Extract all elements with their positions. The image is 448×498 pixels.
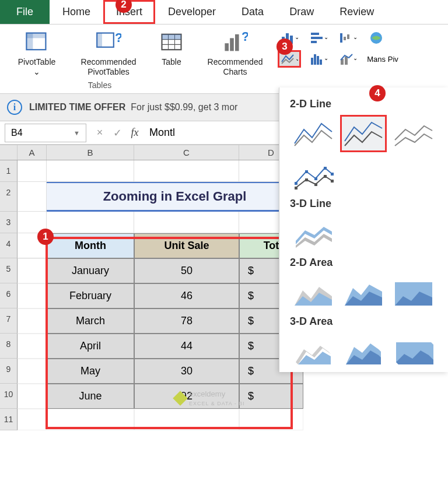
row-3[interactable]: 3 bbox=[0, 212, 18, 233]
svg-rect-11 bbox=[162, 34, 181, 40]
recommended-charts-label: Recommended Charts bbox=[203, 57, 267, 77]
col-A[interactable]: A bbox=[18, 145, 47, 160]
dd-2d-area: 2-D Area bbox=[290, 257, 443, 269]
chart-area[interactable] bbox=[290, 273, 337, 311]
chart-100-stacked-line[interactable] bbox=[390, 115, 437, 152]
chart-100-stacked-area[interactable] bbox=[390, 273, 437, 311]
dd-3d-area: 3-D Area bbox=[290, 315, 443, 328]
svg-rect-39 bbox=[305, 170, 308, 173]
pivottable-button[interactable]: PivotTable⌄ bbox=[10, 29, 63, 77]
row-8[interactable]: 8 bbox=[0, 334, 18, 359]
row-1[interactable]: 1 bbox=[0, 160, 18, 182]
bar-chart-icon[interactable]: ⌄ bbox=[307, 29, 330, 47]
tab-home[interactable]: Home bbox=[50, 0, 103, 24]
svg-rect-25 bbox=[344, 37, 346, 40]
svg-rect-38 bbox=[295, 182, 298, 185]
table-cell: $ bbox=[239, 384, 303, 409]
table-icon bbox=[159, 29, 184, 55]
chevron-down-icon[interactable]: ▼ bbox=[74, 129, 80, 136]
table-cell: 78 bbox=[134, 308, 239, 334]
row-10[interactable]: 10 bbox=[0, 384, 18, 409]
tab-data[interactable]: Data bbox=[229, 0, 276, 24]
line-chart-dropdown: 2-D Line 4 3-D Line 2-D Area 3-D Area bbox=[279, 87, 448, 372]
cancel-formula-icon[interactable]: × bbox=[91, 127, 108, 139]
chart-line[interactable] bbox=[290, 115, 337, 152]
svg-rect-43 bbox=[295, 187, 298, 190]
tab-draw[interactable]: Draw bbox=[276, 0, 327, 24]
svg-rect-26 bbox=[347, 34, 349, 39]
recommended-pivot-icon: ? bbox=[96, 29, 121, 55]
tab-file[interactable]: File bbox=[0, 0, 50, 24]
svg-text:⌄: ⌄ bbox=[353, 34, 356, 40]
group-tables-label: Tables bbox=[88, 80, 111, 90]
ribbon: PivotTable⌄ ? Recommended PivotTables Ta… bbox=[0, 24, 448, 94]
ribbon-tabs: File Home Insert Developer Data Draw Rev… bbox=[0, 0, 448, 24]
recommended-charts-icon: ? bbox=[222, 29, 248, 55]
th-month: Month bbox=[47, 233, 134, 258]
svg-rect-32 bbox=[317, 56, 319, 65]
chart-line-markers[interactable] bbox=[290, 156, 337, 193]
chart-stacked-line[interactable] bbox=[340, 115, 387, 152]
sheet-title: Zooming in Excel Grapl bbox=[47, 182, 303, 212]
table-cell: January bbox=[47, 258, 134, 283]
svg-rect-2 bbox=[26, 33, 46, 38]
svg-text:?: ? bbox=[115, 30, 121, 45]
select-all-triangle[interactable] bbox=[0, 145, 18, 160]
accept-formula-icon[interactable]: ✓ bbox=[108, 127, 126, 139]
svg-rect-41 bbox=[324, 167, 327, 170]
svg-rect-47 bbox=[331, 180, 334, 183]
svg-rect-12 bbox=[225, 43, 229, 51]
combo-chart-icon[interactable]: ⌄ bbox=[336, 50, 359, 68]
table-cell: May bbox=[47, 359, 134, 384]
svg-rect-36 bbox=[345, 57, 348, 65]
table-cell: March bbox=[47, 308, 134, 334]
pivottable-label: PivotTable⌄ bbox=[18, 57, 56, 77]
tab-review[interactable]: Review bbox=[327, 0, 387, 24]
chart-3d-line[interactable] bbox=[290, 215, 337, 252]
row-11[interactable]: 11 bbox=[0, 409, 18, 430]
table-cell: 30 bbox=[134, 359, 239, 384]
svg-rect-24 bbox=[340, 33, 342, 43]
tab-developer[interactable]: Developer bbox=[155, 0, 229, 24]
name-box[interactable]: B4 ▼ bbox=[5, 124, 86, 142]
row-5[interactable]: 5 bbox=[0, 258, 18, 283]
table-cell: April bbox=[47, 334, 134, 359]
table-button[interactable]: Table bbox=[154, 29, 189, 67]
row-7[interactable]: 7 bbox=[0, 308, 18, 334]
col-C[interactable]: C bbox=[134, 145, 239, 160]
globe-maps-icon[interactable] bbox=[365, 29, 388, 47]
svg-rect-46 bbox=[324, 175, 327, 178]
row-2[interactable]: 2 bbox=[0, 182, 18, 212]
fx-icon[interactable]: fx bbox=[126, 127, 144, 139]
table-cell: February bbox=[47, 283, 134, 308]
watermark: exceldemyEXCEL & DATA - BI bbox=[175, 390, 245, 407]
svg-rect-42 bbox=[331, 173, 334, 176]
formula-content[interactable]: Montl bbox=[144, 127, 181, 139]
row-9[interactable]: 9 bbox=[0, 359, 18, 384]
histogram-icon[interactable]: ⌄ bbox=[307, 50, 330, 68]
col-B[interactable]: B bbox=[47, 145, 134, 160]
chart-3d-100-stacked-area[interactable] bbox=[390, 332, 437, 370]
svg-rect-33 bbox=[320, 59, 322, 65]
table-label: Table bbox=[162, 57, 181, 67]
chart-stacked-area[interactable] bbox=[340, 273, 387, 311]
charts-cluster: ⌄ ⌄ ⌄ ⌄ ⌄ ⌄ Mans Piv bbox=[278, 29, 391, 91]
waterfall-chart-icon[interactable]: ⌄ bbox=[336, 29, 359, 47]
table-cell: 44 bbox=[134, 334, 239, 359]
step-badge-1: 1 bbox=[37, 229, 54, 245]
table-cell: June bbox=[47, 384, 134, 409]
dd-3d-line: 3-D Line bbox=[290, 198, 443, 210]
svg-text:?: ? bbox=[242, 29, 248, 44]
recommended-pivot-label: Recommended PivotTables bbox=[74, 57, 144, 77]
pivottable-icon bbox=[24, 29, 50, 55]
chart-3d-area[interactable] bbox=[290, 332, 337, 370]
table-cell: 50 bbox=[134, 258, 239, 283]
row-4[interactable]: 4 bbox=[0, 233, 18, 258]
maps-label: Mans Piv bbox=[365, 50, 400, 68]
step-badge-3: 3 bbox=[276, 38, 293, 55]
svg-text:⌄: ⌄ bbox=[324, 55, 327, 61]
recommended-charts-button[interactable]: ? Recommended Charts bbox=[203, 29, 267, 77]
chart-3d-stacked-area[interactable] bbox=[340, 332, 387, 370]
recommended-pivot-button[interactable]: ? Recommended PivotTables bbox=[74, 29, 144, 77]
row-6[interactable]: 6 bbox=[0, 283, 18, 308]
